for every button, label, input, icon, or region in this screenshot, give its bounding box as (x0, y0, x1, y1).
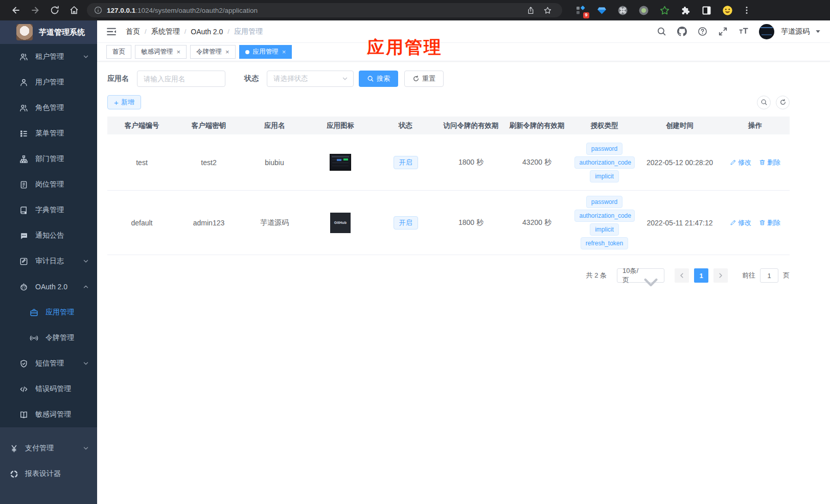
signal-icon (30, 334, 38, 342)
briefcase-icon (30, 308, 38, 317)
cell-client-id: test (107, 158, 176, 167)
sidebar-item-2[interactable]: 用户管理 (0, 70, 97, 95)
app-logo-row[interactable]: 芋道管理系统 (0, 20, 97, 44)
delete-link[interactable]: 删除 (759, 158, 780, 167)
extension-command-icon[interactable] (617, 5, 628, 16)
reset-button[interactable]: 重置 (404, 71, 444, 87)
sidebar-item-8[interactable]: 通知公告 (0, 223, 97, 248)
sidebar-item-17[interactable]: 报表设计器 (0, 461, 97, 487)
extension-grid-icon[interactable]: 9 (575, 5, 586, 16)
tab-令牌管理[interactable]: 令牌管理× (190, 45, 236, 59)
breadcrumb-separator: / (145, 28, 147, 35)
browser-home-icon[interactable] (69, 5, 79, 15)
cell-grant-types: passwordauthorization_codeimplicit (570, 143, 639, 182)
tab-首页[interactable]: 首页 (106, 45, 131, 59)
tab-label: 首页 (112, 48, 125, 56)
sidebar-item-4[interactable]: 菜单管理 (0, 121, 97, 146)
sidebar-item-1[interactable]: 租户管理 (0, 44, 97, 70)
table-body: testtest2biubiu开启1800 秒43200 秒passwordau… (107, 134, 790, 255)
collapse-sidebar-icon[interactable] (106, 27, 117, 36)
edit-link[interactable]: 修改 (730, 218, 751, 227)
navbar: 首页/系统管理/OAuth 2.0/应用管理 芋道源码 (97, 20, 830, 43)
extension-contrast-icon[interactable] (701, 5, 712, 16)
breadcrumb-item[interactable]: 首页 (126, 27, 140, 36)
sidebar-item-15[interactable]: 敏感词管理 (0, 402, 97, 427)
app-name-input[interactable] (137, 71, 225, 87)
refresh-table-button[interactable] (776, 96, 790, 109)
extension-gem-icon[interactable] (596, 5, 607, 16)
tab-敏感词管理[interactable]: 敏感词管理× (135, 45, 187, 59)
help-icon[interactable] (698, 27, 707, 36)
browser-menu-icon[interactable] (742, 6, 751, 15)
browser-reload-icon[interactable] (50, 5, 60, 15)
cell-app-name: 芋道源码 (241, 218, 308, 227)
sidebar-item-10[interactable]: OAuth 2.0 (0, 274, 97, 300)
browser-forward-icon[interactable] (30, 5, 40, 15)
breadcrumb-item[interactable]: OAuth 2.0 (191, 28, 223, 36)
next-page-button[interactable] (713, 268, 728, 283)
badge-icon (19, 180, 28, 189)
add-button[interactable]: + 新增 (107, 95, 141, 109)
search-button[interactable]: 搜索 (359, 71, 398, 87)
delete-link[interactable]: 删除 (759, 218, 780, 227)
sidebar-menu: 租户管理用户管理角色管理菜单管理部门管理岗位管理字典管理通知公告审计日志OAut… (0, 44, 97, 487)
sidebar-item-3[interactable]: 角色管理 (0, 95, 97, 121)
code-icon (19, 385, 28, 394)
search-icon[interactable] (657, 27, 666, 36)
edit-link[interactable]: 修改 (730, 158, 751, 167)
prev-page-button[interactable] (675, 268, 689, 283)
extension-puzzle-icon[interactable] (680, 5, 691, 16)
sidebar: 芋道管理系统 租户管理用户管理角色管理菜单管理部门管理岗位管理字典管理通知公告审… (0, 20, 97, 504)
font-size-icon[interactable] (739, 27, 748, 36)
sidebar-item-16[interactable]: 支付管理 (0, 436, 97, 461)
site-info-icon[interactable] (94, 6, 102, 14)
sidebar-item-14[interactable]: 错误码管理 (0, 376, 97, 402)
chevron-right-icon (718, 272, 724, 279)
sidebar-item-13[interactable]: 短信管理 (0, 351, 97, 376)
pagination-total: 共 2 条 (586, 271, 607, 280)
sidebar-item-label: 错误码管理 (35, 384, 71, 394)
profile-avatar-icon[interactable] (722, 5, 733, 16)
refresh-icon (412, 75, 420, 82)
sidebar-item-12[interactable]: 令牌管理 (0, 325, 97, 351)
sidebar-item-9[interactable]: 审计日志 (0, 248, 97, 274)
grant-type-tag: authorization_code (574, 210, 635, 222)
sidebar-item-5[interactable]: 部门管理 (0, 146, 97, 172)
user-icon (19, 78, 28, 87)
show-search-button[interactable] (757, 96, 771, 109)
close-tab-icon[interactable]: × (177, 49, 181, 55)
grant-type-tag: implicit (590, 223, 619, 236)
search-icon (367, 75, 374, 82)
sidebar-item-label: 支付管理 (25, 444, 54, 453)
table-toolbar: + 新增 (107, 95, 790, 109)
page-number-button[interactable]: 1 (694, 268, 708, 283)
fullscreen-icon[interactable] (718, 27, 728, 36)
github-icon[interactable] (677, 27, 687, 36)
share-icon[interactable] (526, 6, 535, 15)
tab-应用管理[interactable]: 应用管理× (239, 45, 292, 59)
user-name[interactable]: 芋道源码 (781, 27, 810, 36)
url-bar[interactable]: 127.0.0.1:1024/system/oauth2/oauth2/appl… (87, 3, 562, 17)
extension-star-icon[interactable] (659, 5, 670, 16)
app-title: 芋道管理系统 (39, 28, 85, 37)
browser-back-icon[interactable] (11, 5, 21, 15)
user-avatar[interactable] (759, 24, 774, 39)
breadcrumb-item[interactable]: 系统管理 (151, 27, 180, 36)
cell-client-secret: test2 (176, 158, 241, 167)
bookmark-star-icon[interactable] (543, 6, 552, 15)
close-tab-icon[interactable]: × (225, 49, 229, 55)
caret-down-icon[interactable] (815, 29, 821, 34)
sidebar-item-6[interactable]: 岗位管理 (0, 172, 97, 197)
goto-page-input[interactable] (760, 268, 778, 283)
sidebar-item-11[interactable]: 应用管理 (0, 300, 97, 325)
sidebar-item-7[interactable]: 字典管理 (0, 197, 97, 223)
status-select[interactable]: 请选择状态 (267, 71, 354, 87)
column-header: 客户端编号 (107, 121, 176, 130)
extension-record-icon[interactable] (638, 5, 649, 16)
breadcrumb-separator: / (185, 28, 187, 35)
close-tab-icon[interactable]: × (282, 49, 286, 55)
extension-badge: 9 (583, 12, 589, 18)
page-size-select[interactable]: 10条/页 (617, 268, 664, 283)
book-icon (19, 410, 28, 419)
goto-unit-label: 页 (783, 271, 790, 280)
